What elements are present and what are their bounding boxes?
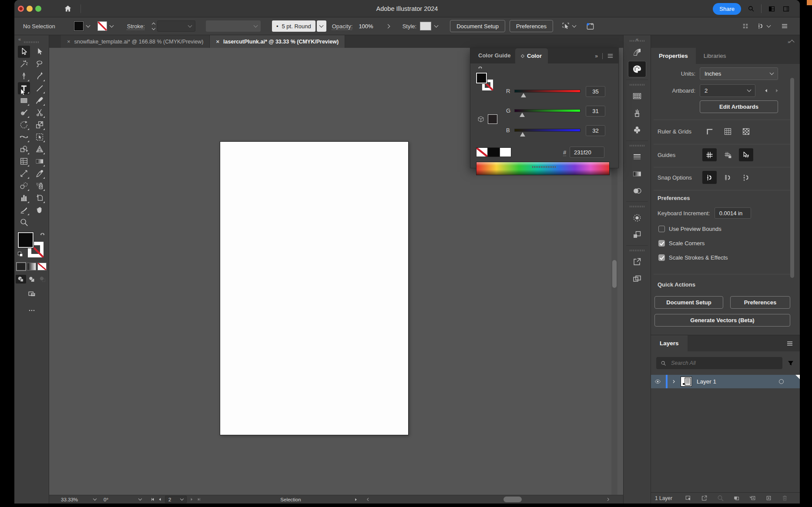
color-guide-panel-button[interactable]: [628, 44, 646, 60]
panel-layout-icon[interactable]: [782, 5, 790, 13]
panel-menu-icon[interactable]: [607, 52, 614, 60]
layers-search-field[interactable]: [656, 357, 782, 369]
next-artboard-icon[interactable]: [189, 497, 194, 502]
eyedropper-tool[interactable]: [34, 167, 46, 180]
scale-tool[interactable]: [34, 119, 46, 131]
previous-artboard-icon[interactable]: [158, 497, 162, 502]
change-screen-mode-icon[interactable]: [14, 289, 49, 298]
rotation-value[interactable]: 0°: [104, 497, 108, 502]
none-button[interactable]: [37, 263, 47, 270]
new-sublayer-button[interactable]: [745, 494, 761, 502]
last-artboard-icon[interactable]: [197, 497, 201, 502]
dock-grip[interactable]: [630, 250, 644, 251]
toolbar-grip[interactable]: [24, 41, 40, 43]
show-rulers-button[interactable]: [702, 125, 717, 138]
search-input[interactable]: [670, 360, 778, 367]
collapse-panel-icon[interactable]: »: [595, 53, 598, 59]
shape-builder-tool[interactable]: [18, 143, 30, 155]
expand-layer-icon[interactable]: [671, 379, 677, 384]
tab-color[interactable]: Color: [515, 48, 548, 63]
direct-selection-tool[interactable]: [34, 46, 46, 58]
zoom-dropdown-icon[interactable]: [93, 497, 97, 500]
stroke-dropdown-icon[interactable]: [109, 23, 114, 27]
rotate-tool[interactable]: [18, 119, 30, 131]
show-guides-button[interactable]: [702, 148, 717, 161]
first-artboard-icon[interactable]: [150, 497, 155, 502]
document-tab[interactable]: ×snowflake_template.ai* @ 166.88 % (CMYK…: [61, 35, 210, 48]
selection-tool[interactable]: [18, 46, 30, 58]
fill-color-control[interactable]: [18, 232, 34, 248]
preferences-quick-button[interactable]: Preferences: [730, 296, 790, 309]
layers-menu-icon[interactable]: [786, 340, 794, 347]
default-fill-stroke-icon[interactable]: [17, 251, 24, 258]
artboards-panel-button[interactable]: [628, 270, 646, 287]
tab-properties[interactable]: Properties: [651, 48, 696, 64]
blend-tool[interactable]: [18, 180, 30, 192]
white-swatch[interactable]: [500, 147, 511, 157]
symbol-sprayer-tool[interactable]: [34, 180, 46, 192]
lock-guides-button[interactable]: [721, 148, 735, 161]
brushes-panel-button[interactable]: [628, 105, 646, 121]
asset-export-panel-button[interactable]: [628, 253, 646, 270]
opacity-label[interactable]: Opacity:: [332, 23, 353, 30]
stroke-weight-label[interactable]: Stroke:: [127, 23, 145, 30]
gradient-panel-button[interactable]: [628, 166, 646, 182]
graphic-style-swatch[interactable]: [420, 22, 431, 30]
snap-options-icon[interactable]: [756, 22, 765, 30]
select-similar-icon[interactable]: [561, 21, 570, 31]
swatches-panel-button[interactable]: [628, 88, 646, 104]
edit-artboards-button[interactable]: Edit Artboards: [700, 100, 778, 113]
swap-fill-stroke-icon[interactable]: [477, 65, 483, 71]
magic-wand-tool[interactable]: [18, 58, 30, 70]
pen-tool[interactable]: [18, 70, 30, 82]
generate-vectors-button[interactable]: Generate Vectors (Beta): [654, 314, 790, 327]
fill-proxy[interactable]: [476, 73, 487, 83]
dock-grip[interactable]: [630, 145, 644, 147]
mesh-tool[interactable]: [18, 155, 30, 167]
none-swatch[interactable]: [476, 147, 488, 157]
share-button[interactable]: Share: [713, 3, 741, 15]
dock-grip[interactable]: [630, 206, 644, 207]
show-grid-button[interactable]: [721, 125, 735, 138]
vertical-scrollbar-thumb[interactable]: [612, 260, 617, 288]
line-segment-tool[interactable]: [34, 82, 46, 94]
measure-tool[interactable]: [18, 167, 30, 180]
free-transform-tool[interactable]: [34, 131, 46, 143]
r-value-input[interactable]: 35: [586, 86, 605, 97]
draw-inside-button[interactable]: [37, 275, 48, 284]
lasso-tool[interactable]: [34, 58, 46, 70]
workspace-menu-icon[interactable]: [781, 22, 789, 30]
slice-tool[interactable]: [18, 204, 30, 216]
edit-toolbar-icon[interactable]: [14, 306, 49, 315]
tab-layers[interactable]: Layers: [651, 335, 688, 351]
layer-row[interactable]: Layer 1: [651, 375, 800, 388]
locate-object-button[interactable]: [712, 494, 728, 502]
g-slider-thumb[interactable]: [520, 113, 525, 117]
stepper-up-icon[interactable]: [152, 22, 155, 26]
collect-for-export-button[interactable]: [680, 494, 696, 502]
black-swatch[interactable]: [488, 147, 500, 157]
scale-corners-checkbox[interactable]: [658, 240, 665, 247]
current-tool-label[interactable]: Selection: [280, 497, 301, 502]
smart-guides-button[interactable]: [739, 148, 753, 161]
perspective-grid-tool[interactable]: [34, 143, 46, 155]
previous-artboard-icon[interactable]: [763, 88, 769, 93]
panel-resize-grip[interactable]: [532, 166, 557, 168]
canvas[interactable]: Color Guide Color »: [49, 48, 623, 495]
brush-definition-chevron[interactable]: [317, 20, 326, 32]
gradient-button[interactable]: [27, 263, 36, 270]
artboard[interactable]: [220, 141, 409, 435]
panel-scrollbar-thumb[interactable]: [790, 78, 794, 278]
preferences-button[interactable]: Preferences: [510, 20, 553, 32]
snap-to-point-button[interactable]: [702, 171, 717, 184]
select-similar-dropdown-icon[interactable]: [572, 23, 577, 27]
zoom-tool[interactable]: [18, 216, 30, 228]
curvature-tool[interactable]: [34, 70, 46, 82]
layer-name[interactable]: Layer 1: [697, 378, 716, 385]
layer-thumbnail[interactable]: [681, 377, 692, 387]
draw-normal-button[interactable]: [16, 275, 26, 284]
generative-recolor-icon[interactable]: [585, 21, 595, 31]
shaper-tool[interactable]: [18, 107, 30, 119]
tab-libraries[interactable]: Libraries: [696, 48, 734, 64]
transparency-panel-button[interactable]: [628, 183, 646, 199]
